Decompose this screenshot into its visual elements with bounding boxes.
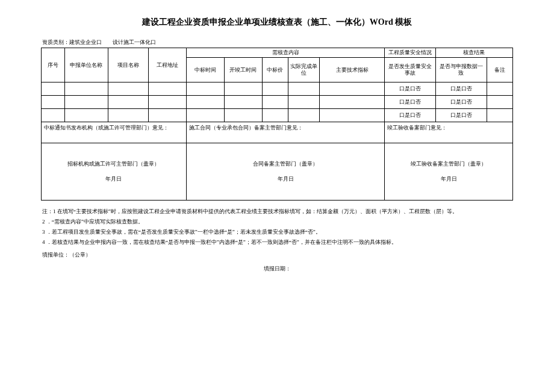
cell-yesno-accident: 口是口否 — [385, 82, 436, 96]
cell-yesno-consistent: 口是口否 — [435, 82, 487, 96]
th-accident: 是否发生质量安全事故 — [385, 58, 436, 82]
fill-date: 填报日期： — [41, 265, 513, 273]
sign-left-label: 中标通知书发布机构（或施工许可管理部门）意见： — [42, 122, 187, 143]
cell-yesno-consistent: 口是口否 — [435, 96, 487, 109]
th-tech-index: 主要技术指标 — [319, 58, 384, 82]
table-row: 口是口否 口是口否 — [42, 109, 513, 122]
th-need-check: 需核查内容 — [186, 48, 385, 58]
th-seq: 序号 — [42, 48, 65, 82]
th-bid-price: 中标价 — [262, 58, 288, 82]
note-1: 注：1 在填写“主要技术指标”时，应按照建设工程企业申请资质材料中提供的代表工程… — [42, 207, 513, 217]
signature-label-row: 中标通知书发布机构（或施工许可管理部门）意见： 施工合同（专业承包合同）备案主管… — [42, 122, 513, 143]
main-table: 序号 申报单位名称 项目名称 工程地址 需核查内容 工程质量安全情况 核查结果 … — [41, 48, 513, 201]
th-remark: 备注 — [487, 58, 512, 82]
cell-yesno-accident: 口是口否 — [385, 96, 436, 109]
th-report-unit: 申报单位名称 — [65, 48, 108, 82]
sign-mid-label: 施工合同（专业承包合同）备案主管部门意见： — [186, 122, 385, 143]
th-complete-time: 开竣工时间 — [224, 58, 262, 82]
sign-left-date: 年月日 — [105, 176, 122, 182]
cell-yesno-accident: 口是口否 — [385, 109, 436, 122]
th-project-addr: 工程地址 — [148, 48, 186, 82]
sign-right-stamp: 竣工验收备案主管部门（盖章） — [411, 161, 487, 167]
table-row: 口是口否 口是口否 — [42, 82, 513, 96]
sign-right-date: 年月日 — [441, 176, 457, 182]
signature-stamp-row: 招标机构或施工许可主管部门（盖章） 年月日 合同备案主管部门（盖章） 年月日 竣… — [42, 143, 513, 201]
th-quality-safety: 工程质量安全情况 — [385, 48, 436, 58]
fill-unit: 填报单位：（公章） — [41, 251, 513, 259]
sign-left-stamp: 招标机构或施工许可主管部门（盖章） — [67, 161, 160, 167]
qualification-type-line: 资质类别：建筑业企业口 设计施工一体化口 — [41, 39, 513, 46]
sign-right-label: 竣工验收备案部门意见： — [385, 122, 513, 143]
th-check-result: 核查结果 — [435, 48, 512, 58]
notes-block: 注：1 在填写“主要技术指标”时，应按照建设工程企业申请资质材料中提供的代表工程… — [41, 207, 513, 247]
sign-mid-stamp: 合同备案主管部门（盖章） — [253, 161, 318, 167]
note-4: 4 ．若核查结果与企业申报内容一致，需在核查结果“是否与申报一致栏中”内选择“是… — [42, 237, 513, 247]
sign-mid-date: 年月日 — [278, 176, 294, 182]
table-row: 口是口否 口是口否 — [42, 96, 513, 109]
cell-yesno-consistent: 口是口否 — [435, 109, 487, 122]
th-project-name: 项目名称 — [108, 48, 148, 82]
note-3: 3 ．若工程项目发生质量安全事故，需在“是否发生质量安全事故”一栏中选择“是”；… — [42, 227, 513, 237]
th-consistent: 是否与申报数据一致 — [435, 58, 487, 82]
th-actual-unit: 实际完成单位 — [288, 58, 319, 82]
th-bid-time: 中标时间 — [186, 58, 224, 82]
page-title: 建设工程企业资质申报企业单项业绩核查表（施工、一体化）WOrd 模板 — [41, 17, 513, 28]
note-2: 2 ．“需核查内容”中应填写实际核查数据。 — [42, 217, 513, 227]
